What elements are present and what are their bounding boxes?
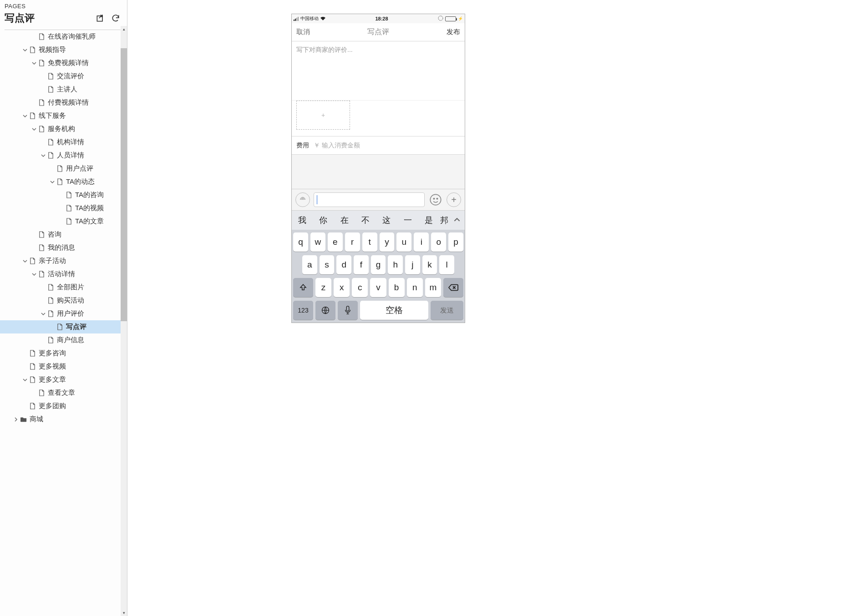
tree-item[interactable]: 用户点评: [0, 162, 127, 175]
ime-candidate[interactable]: 这: [376, 215, 397, 226]
chevron-down-icon[interactable]: [31, 60, 37, 66]
key-o[interactable]: o: [431, 232, 446, 252]
key-c[interactable]: c: [352, 278, 368, 297]
chevron-down-icon[interactable]: [22, 258, 28, 264]
key-x[interactable]: x: [334, 278, 350, 297]
tree-item[interactable]: 更多团购: [0, 399, 127, 413]
chevron-down-icon[interactable]: [31, 126, 37, 132]
tree-item[interactable]: 机构详情: [0, 136, 127, 149]
chevron-right-icon[interactable]: [13, 416, 19, 423]
tree-item[interactable]: 更多视频: [0, 360, 127, 373]
chevron-down-icon[interactable]: [31, 271, 37, 278]
ime-candidate[interactable]: 是: [418, 215, 439, 226]
tree-item[interactable]: 用户评价: [0, 307, 127, 320]
refresh-icon[interactable]: [111, 13, 121, 23]
tree-item[interactable]: 视频指导: [0, 43, 127, 56]
fee-row[interactable]: 费用 ￥ 输入消费金额: [292, 136, 465, 155]
tree-item[interactable]: 活动详情: [0, 268, 127, 281]
chevron-down-icon[interactable]: [22, 47, 28, 53]
globe-key[interactable]: [315, 301, 335, 320]
tree-item[interactable]: 人员详情: [0, 149, 127, 162]
ime-candidate[interactable]: 不: [355, 215, 376, 226]
tree-item[interactable]: 我的消息: [0, 241, 127, 254]
tree-item[interactable]: 查看文章: [0, 386, 127, 399]
ime-candidate[interactable]: 一: [397, 215, 418, 226]
key-z[interactable]: z: [315, 278, 331, 297]
backspace-key[interactable]: [443, 278, 463, 297]
space-key[interactable]: 空格: [360, 301, 428, 320]
tree-item[interactable]: 全部图片: [0, 281, 127, 294]
scroll-down-icon[interactable]: ▾: [121, 610, 127, 616]
tree-item[interactable]: 更多文章: [0, 373, 127, 386]
tree-item[interactable]: 服务机构: [0, 122, 127, 136]
key-b[interactable]: b: [389, 278, 405, 297]
cancel-button[interactable]: 取消: [296, 28, 310, 36]
tree-item[interactable]: TA的动态: [0, 175, 127, 188]
tree-item[interactable]: 购买活动: [0, 294, 127, 307]
emoji-icon[interactable]: [428, 192, 443, 207]
key-h[interactable]: h: [388, 255, 403, 274]
share-icon[interactable]: [95, 13, 105, 23]
numeric-key[interactable]: 123: [293, 301, 313, 320]
chevron-down-icon[interactable]: [40, 311, 46, 317]
tree-item[interactable]: TA的咨询: [0, 188, 127, 202]
shift-key[interactable]: [293, 278, 313, 297]
key-u[interactable]: u: [396, 232, 411, 252]
review-textarea[interactable]: 写下对商家的评价...: [292, 41, 465, 101]
key-d[interactable]: d: [336, 255, 351, 274]
add-icon[interactable]: +: [447, 192, 461, 207]
ime-candidate[interactable]: 你: [313, 215, 334, 226]
key-n[interactable]: n: [407, 278, 423, 297]
key-w[interactable]: w: [310, 232, 325, 252]
ime-candidate[interactable]: 在: [334, 215, 355, 226]
chevron-down-icon[interactable]: [22, 377, 28, 383]
key-k[interactable]: k: [422, 255, 437, 274]
chat-input[interactable]: [314, 192, 425, 207]
key-m[interactable]: m: [425, 278, 441, 297]
tree-item[interactable]: 在线咨询催乳师: [0, 30, 127, 43]
key-i[interactable]: i: [414, 232, 429, 252]
add-photo-button[interactable]: +: [296, 101, 350, 130]
key-s[interactable]: s: [320, 255, 335, 274]
chevron-up-icon[interactable]: [449, 216, 465, 225]
tree-item[interactable]: 更多咨询: [0, 347, 127, 360]
tree-item[interactable]: 亲子活动: [0, 254, 127, 268]
key-v[interactable]: v: [370, 278, 386, 297]
key-t[interactable]: t: [362, 232, 377, 252]
scroll-up-icon[interactable]: ▴: [121, 30, 127, 32]
key-e[interactable]: e: [328, 232, 343, 252]
tree-item[interactable]: 免费视频详情: [0, 56, 127, 70]
chevron-down-icon[interactable]: [49, 179, 56, 185]
mic-key[interactable]: [338, 301, 358, 320]
tree-item[interactable]: TA的视频: [0, 202, 127, 215]
key-f[interactable]: f: [354, 255, 369, 274]
chevron-down-icon[interactable]: [40, 152, 46, 159]
voice-icon[interactable]: [295, 192, 310, 207]
send-key[interactable]: 发送: [431, 301, 463, 320]
tree-item[interactable]: 写点评: [0, 320, 127, 333]
key-r[interactable]: r: [345, 232, 360, 252]
key-p[interactable]: p: [448, 232, 463, 252]
key-l[interactable]: l: [439, 255, 454, 274]
publish-button[interactable]: 发布: [447, 28, 460, 36]
chevron-down-icon[interactable]: [22, 113, 28, 119]
scrollbar-thumb[interactable]: [121, 48, 127, 321]
ime-candidate[interactable]: 我: [292, 215, 313, 226]
tree-item-label: 查看文章: [48, 389, 75, 397]
page-tree[interactable]: ▴ ▾ 在线咨询催乳师视频指导免费视频详情交流评价主讲人付费视频详情线下服务服务…: [0, 30, 127, 616]
tree-item[interactable]: 主讲人: [0, 83, 127, 96]
tree-item[interactable]: 咨询: [0, 228, 127, 241]
key-g[interactable]: g: [371, 255, 386, 274]
tree-item[interactable]: 商城: [0, 413, 127, 426]
tree-item-label: 机构详情: [57, 138, 84, 146]
tree-item[interactable]: 交流评价: [0, 70, 127, 83]
tree-item[interactable]: 商户信息: [0, 333, 127, 347]
tree-item[interactable]: TA的文章: [0, 215, 127, 228]
key-q[interactable]: q: [293, 232, 308, 252]
key-j[interactable]: j: [405, 255, 420, 274]
key-a[interactable]: a: [302, 255, 317, 274]
tree-item[interactable]: 付费视频详情: [0, 96, 127, 109]
ime-candidate[interactable]: 邦: [439, 215, 449, 226]
key-y[interactable]: y: [380, 232, 395, 252]
tree-item[interactable]: 线下服务: [0, 109, 127, 122]
